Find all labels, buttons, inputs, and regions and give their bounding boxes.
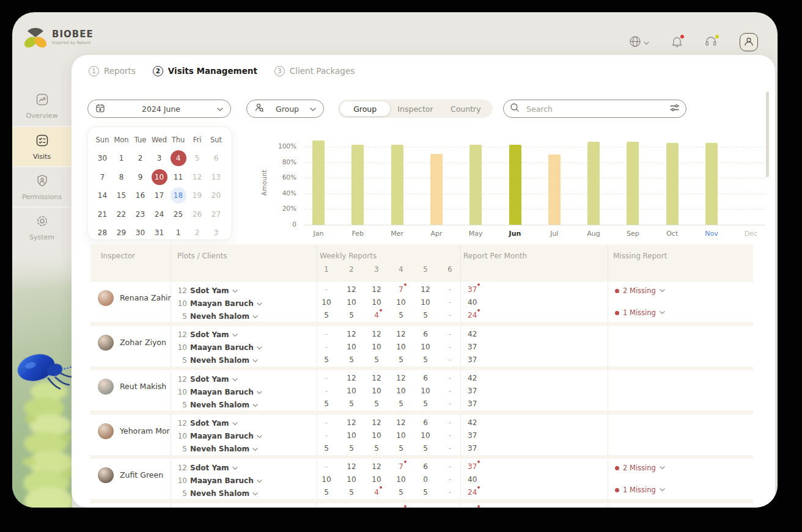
plot-item[interactable]: 5Neveh Shalom	[177, 310, 262, 322]
calendar-day[interactable]: 3	[152, 150, 167, 166]
plot-item[interactable]: 12Sdot Yam	[177, 329, 262, 341]
plot-item[interactable]: 12Sdot Yam	[177, 461, 262, 474]
calendar-day[interactable]: 25	[171, 206, 186, 222]
calendar-day[interactable]: 8	[114, 169, 130, 185]
sidebar-item-overview[interactable]: Overview	[12, 86, 72, 126]
notifications-button[interactable]	[671, 35, 683, 49]
calendar-day[interactable]: 16	[133, 188, 149, 203]
calendar-day[interactable]: 30	[133, 225, 149, 241]
segment-inspector[interactable]: Inspector	[390, 101, 440, 116]
missing-report-badge[interactable]: 2 Missing	[615, 286, 665, 295]
plot-count: 5	[177, 401, 187, 409]
calendar-day[interactable]: 14	[95, 188, 111, 203]
missing-report-badge[interactable]: 2 Missing	[615, 464, 665, 472]
date-picker[interactable]: 2024 June	[87, 100, 231, 118]
sidebar-item-system[interactable]: System	[12, 206, 72, 247]
view-segmented-control: GroupInspectorCountry	[338, 100, 493, 118]
calendar-day[interactable]: 13	[208, 169, 224, 185]
language-button[interactable]	[629, 35, 649, 49]
avatar	[98, 335, 114, 351]
calendar-day[interactable]: 21	[95, 206, 111, 222]
calendar-day[interactable]: 5	[189, 150, 205, 166]
missing-report-badge[interactable]: 1 Missing	[615, 308, 665, 317]
plots-list: 12Sdot Yam10Maayan Baruch5Neveh Shalom	[177, 284, 262, 322]
calendar-grid: 3012345678910111213141516171819202122232…	[88, 149, 232, 242]
calendar-day[interactable]: 29	[114, 225, 130, 241]
calendar-day[interactable]: 30	[95, 150, 111, 166]
table-row: Reut Makish12Sdot Yam10Maayan Baruch5Nev…	[90, 370, 753, 410]
plot-item[interactable]: 5Neveh Shalom	[177, 398, 262, 411]
filter-options-button[interactable]	[669, 103, 680, 114]
plot-item[interactable]: 5Neveh Shalom	[177, 487, 262, 500]
app-window: BIOBEE Inspired by Nature	[12, 12, 778, 508]
tab-reports[interactable]: 1Reports	[89, 66, 136, 76]
calendar-day-header: Fri	[193, 136, 202, 144]
week-number-header: 4	[395, 265, 407, 274]
plot-item[interactable]: 10Maayan Baruch	[177, 341, 262, 354]
weekly-report-value: 6	[417, 330, 434, 338]
weekly-report-value: 5	[392, 311, 410, 319]
avatar	[98, 379, 114, 395]
calendar-day[interactable]: 15	[114, 188, 130, 203]
chart-bar-feb	[351, 145, 364, 225]
weekly-report-value: 10	[343, 387, 360, 395]
calendar-day[interactable]: 6	[208, 150, 224, 166]
calendar-day[interactable]: 11	[171, 169, 186, 185]
plot-count: 12	[177, 419, 187, 428]
weekly-report-value: 5	[343, 488, 360, 497]
calendar-day[interactable]: 1	[171, 225, 186, 241]
report-per-month-value: 42	[468, 330, 504, 338]
sidebar-item-label: Visits	[33, 153, 51, 161]
chart-bar-apr	[430, 154, 443, 225]
plot-item[interactable]: 12Sdot Yam	[177, 417, 262, 430]
calendar-day[interactable]: 2	[189, 225, 205, 241]
plot-item[interactable]: 12Sdot Yam	[177, 506, 262, 508]
chart-bar-sep	[627, 142, 639, 225]
plot-item[interactable]: 5Neveh Shalom	[177, 354, 262, 367]
calendar-day-selected[interactable]: 4	[171, 150, 186, 166]
plot-item[interactable]: 5Neveh Shalom	[177, 443, 262, 456]
search-input[interactable]	[525, 104, 664, 114]
calendar-day[interactable]: 22	[114, 206, 130, 222]
beetle-photo	[12, 254, 72, 508]
calendar-day[interactable]: 24	[152, 206, 167, 222]
calendar-day-today[interactable]: 18	[171, 188, 186, 203]
plot-item[interactable]: 10Maayan Baruch	[177, 474, 262, 487]
calendar-day[interactable]: 12	[189, 169, 205, 185]
chart-y-tick: 100%	[262, 142, 296, 150]
sidebar-item-visits[interactable]: Visits	[12, 126, 72, 166]
missing-report-badge[interactable]: 1 Missing	[615, 486, 665, 494]
plot-item[interactable]: 12Sdot Yam	[177, 373, 262, 385]
chart-month-label-sep: Sep	[614, 230, 651, 238]
calendar-day[interactable]: 9	[133, 169, 149, 185]
tab-client-packages[interactable]: 3Client Packages	[274, 66, 355, 76]
calendar-day[interactable]: 27	[208, 206, 224, 222]
segment-country[interactable]: Country	[441, 101, 491, 116]
segment-group[interactable]: Group	[340, 101, 390, 116]
calendar-day[interactable]: 17	[152, 188, 167, 203]
calendar-day[interactable]: 26	[189, 206, 205, 222]
tab-visits-management[interactable]: 2Visits Management	[153, 66, 257, 76]
calendar-day[interactable]: 31	[152, 225, 167, 241]
plot-item[interactable]: 10Maayan Baruch	[177, 430, 262, 443]
calendar-day[interactable]: 20	[208, 188, 224, 203]
profile-button[interactable]	[740, 33, 758, 51]
alert-dot-icon	[380, 309, 382, 312]
scrollbar[interactable]	[766, 92, 769, 177]
calendar-day[interactable]: 1	[114, 150, 130, 166]
sidebar-item-permissions[interactable]: Permissions	[12, 166, 72, 206]
calendar-day[interactable]: 2	[133, 150, 149, 166]
calendar-day[interactable]: 3	[208, 225, 224, 241]
group-dropdown[interactable]: Group	[246, 100, 324, 118]
plot-item[interactable]: 12Sdot Yam	[177, 284, 262, 297]
calendar-day[interactable]: 19	[189, 188, 205, 203]
calendar-day-selected[interactable]: 10	[152, 169, 167, 185]
calendar-day[interactable]: 23	[133, 206, 149, 222]
chart-month-label-nov[interactable]: Nov	[693, 230, 730, 238]
alert-dot-icon	[404, 505, 407, 508]
calendar-day[interactable]: 7	[95, 169, 111, 185]
plot-item[interactable]: 10Maayan Baruch	[177, 385, 262, 398]
plot-item[interactable]: 10Maayan Baruch	[177, 297, 262, 310]
support-button[interactable]	[705, 35, 718, 49]
calendar-day[interactable]: 28	[95, 225, 111, 241]
